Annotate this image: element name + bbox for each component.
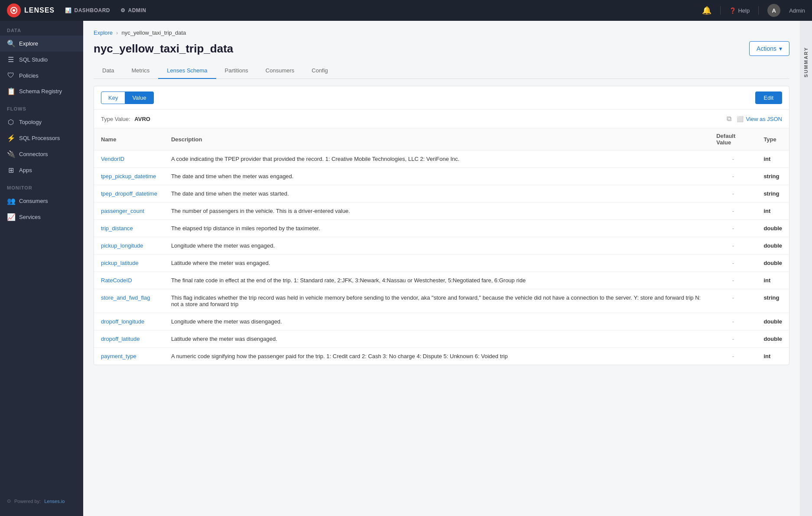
field-default-11: - <box>709 348 757 365</box>
sidebar-item-sql-processors[interactable]: ⚡ SQL Processors <box>0 130 83 146</box>
sidebar-item-topology[interactable]: ⬡ Topology <box>0 114 83 130</box>
tab-consumers[interactable]: Consumers <box>257 63 303 79</box>
flows-section-label: FLOWS <box>0 99 83 114</box>
sidebar-item-services[interactable]: 📈 Services <box>0 209 83 225</box>
schema-toolbar: Key Value Edit <box>94 86 789 110</box>
key-toggle-button[interactable]: Key <box>101 91 125 104</box>
table-row: pickup_longitude Longitude where the met… <box>94 237 789 255</box>
field-name-11[interactable]: payment_type <box>101 353 136 359</box>
notification-icon[interactable]: 🔔 <box>702 6 711 15</box>
tab-metrics[interactable]: Metrics <box>123 63 158 79</box>
apps-icon: ⊞ <box>7 166 15 174</box>
field-name-10[interactable]: dropoff_latitude <box>101 336 140 342</box>
sidebar-policies-label: Policies <box>19 72 39 79</box>
tab-data[interactable]: Data <box>94 63 123 79</box>
view-as-json-button[interactable]: ⬜ View as JSON <box>737 116 782 122</box>
field-name-3[interactable]: passenger_count <box>101 208 144 214</box>
table-row: payment_type A numeric code signifying h… <box>94 348 789 365</box>
table-row: trip_distance The elapsed trip distance … <box>94 220 789 237</box>
divider <box>720 6 721 15</box>
field-name-5[interactable]: pickup_longitude <box>101 242 143 249</box>
schema-registry-icon: 📋 <box>7 87 15 95</box>
svg-point-1 <box>13 9 15 12</box>
value-toggle-button[interactable]: Value <box>125 91 153 104</box>
topnav-right: 🔔 ❓ Help A Admin <box>702 4 805 17</box>
schema-panel: Key Value Edit Type Value: AVRO ⧉ ⬜ View… <box>94 86 789 365</box>
sidebar-item-consumers[interactable]: 👥 Consumers <box>0 193 83 209</box>
type-value-actions: ⧉ ⬜ View as JSON <box>727 115 782 123</box>
sidebar-item-sql-studio[interactable]: ☰ SQL Studio <box>0 52 83 68</box>
table-row: passenger_count The number of passengers… <box>94 202 789 220</box>
sidebar-item-explore[interactable]: 🔍 Explore <box>0 36 83 52</box>
field-default-9: - <box>709 313 757 330</box>
tab-lenses-schema[interactable]: Lenses Schema <box>158 63 216 79</box>
schema-table: Name Description Default Value Type Vend… <box>94 128 789 365</box>
actions-chevron-icon: ▾ <box>779 45 782 52</box>
field-name-4[interactable]: trip_distance <box>101 225 133 232</box>
field-name-6[interactable]: pickup_latitude <box>101 260 139 266</box>
policies-icon: 🛡 <box>7 72 15 79</box>
sidebar-item-connectors[interactable]: 🔌 Connectors <box>0 146 83 162</box>
field-name-0[interactable]: VendorID <box>101 156 124 162</box>
field-type-1: string <box>757 168 789 185</box>
copy-icon[interactable]: ⧉ <box>727 115 731 123</box>
field-description-1: The date and time when the meter was eng… <box>164 168 709 185</box>
sidebar-item-apps[interactable]: ⊞ Apps <box>0 162 83 178</box>
type-value: AVRO <box>134 116 150 122</box>
field-type-11: int <box>757 348 789 365</box>
field-name-8[interactable]: store_and_fwd_flag <box>101 294 150 301</box>
help-link[interactable]: ❓ Help <box>729 7 750 14</box>
help-icon: ❓ <box>729 7 736 14</box>
sidebar-item-schema-registry[interactable]: 📋 Schema Registry <box>0 83 83 99</box>
field-name-2[interactable]: tpep_dropoff_datetime <box>101 190 157 197</box>
table-row: VendorID A code indicating the TPEP prov… <box>94 150 789 168</box>
field-default-3: - <box>709 202 757 220</box>
field-description-11: A numeric code signifying how the passen… <box>164 348 709 365</box>
topology-icon: ⬡ <box>7 118 15 126</box>
field-description-9: Longitude where the meter was disengaged… <box>164 313 709 330</box>
sidebar-item-policies[interactable]: 🛡 Policies <box>0 68 83 83</box>
field-description-4: The elapsed trip distance in miles repor… <box>164 220 709 237</box>
field-default-10: - <box>709 330 757 348</box>
field-name-1[interactable]: tpep_pickup_datetime <box>101 173 156 180</box>
breadcrumb-current: nyc_yellow_taxi_trip_data <box>121 29 186 36</box>
main-layout: DATA 🔍 Explore ☰ SQL Studio 🛡 Policies 📋… <box>0 21 812 516</box>
page-title: nyc_yellow_taxi_trip_data <box>94 42 233 56</box>
breadcrumb-explore[interactable]: Explore <box>94 29 113 36</box>
edit-button[interactable]: Edit <box>755 91 782 104</box>
user-name[interactable]: Admin <box>789 7 805 14</box>
breadcrumb: Explore › nyc_yellow_taxi_trip_data <box>94 29 789 36</box>
user-avatar[interactable]: A <box>767 4 780 17</box>
topnav-admin[interactable]: ⚙ ADMIN <box>120 7 146 13</box>
json-icon: ⬜ <box>737 116 744 122</box>
field-name-7[interactable]: RateCodeID <box>101 277 132 284</box>
field-description-5: Longitude where the meter was engaged. <box>164 237 709 255</box>
footer-link[interactable]: Lenses.io <box>44 499 65 504</box>
table-row: RateCodeID The final rate code in effect… <box>94 272 789 289</box>
actions-button[interactable]: Actions ▾ <box>749 41 789 56</box>
sidebar-connectors-label: Connectors <box>19 151 48 157</box>
type-label: Type Value: <box>101 116 130 122</box>
field-description-7: The final rate code in effect at the end… <box>164 272 709 289</box>
topnav-dashboard[interactable]: 📊 DASHBOARD <box>65 7 110 13</box>
content-area: Explore › nyc_yellow_taxi_trip_data nyc_… <box>83 21 800 516</box>
actions-label: Actions <box>757 45 776 52</box>
tab-partitions[interactable]: Partitions <box>216 63 257 79</box>
summary-panel[interactable]: SUMMARY <box>800 21 812 516</box>
field-description-0: A code indicating the TPEP provider that… <box>164 150 709 168</box>
tab-config[interactable]: Config <box>303 63 337 79</box>
sidebar-sql-studio-label: SQL Studio <box>19 56 48 63</box>
app-logo[interactable]: LENSES <box>7 3 55 17</box>
table-row: tpep_pickup_datetime The date and time w… <box>94 168 789 185</box>
col-header-type: Type <box>757 128 789 150</box>
data-section-label: DATA <box>0 21 83 36</box>
field-default-1: - <box>709 168 757 185</box>
field-name-9[interactable]: dropoff_longitude <box>101 318 144 325</box>
field-type-8: string <box>757 289 789 313</box>
field-type-2: string <box>757 185 789 202</box>
sidebar-apps-label: Apps <box>19 167 32 173</box>
type-value-row: Type Value: AVRO ⧉ ⬜ View as JSON <box>94 110 789 128</box>
dashboard-icon: 📊 <box>65 7 72 13</box>
divider <box>758 6 759 15</box>
consumers-icon: 👥 <box>7 197 15 205</box>
